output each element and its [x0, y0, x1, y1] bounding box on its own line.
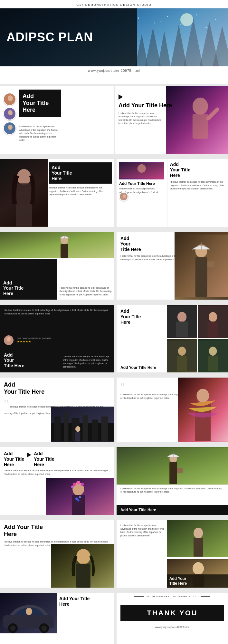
svg-point-10 [154, 23, 155, 24]
grid-photo-4 [198, 339, 228, 372]
svg-point-23 [8, 110, 13, 115]
slide-9: Add Your TitleHere I believe that for hi… [0, 593, 228, 644]
svg-rect-70 [92, 419, 98, 441]
slide9-right: G17 DEMONSTRATION DESIGN STUDIO THANK YO… [114, 593, 228, 644]
svg-rect-54 [176, 322, 188, 337]
slide3-left-content: AddYour TitleHere I believe that for his… [49, 162, 112, 197]
slide7-flowers-photo [46, 478, 114, 515]
svg-point-53 [177, 312, 186, 322]
thank-you-text: THANK YOU [126, 609, 219, 617]
slide3-title-box: AddYour TitleHere [49, 162, 112, 184]
slide5-bottom-title: Add Your Title Here [120, 365, 165, 370]
svg-point-33 [17, 169, 31, 185]
slide5-photo-grid [167, 305, 228, 372]
svg-point-59 [178, 347, 186, 356]
svg-rect-89 [169, 462, 177, 484]
svg-point-26 [8, 125, 13, 130]
svg-rect-71 [101, 417, 108, 442]
svg-point-86 [77, 499, 79, 501]
grid-photo-3 [167, 339, 197, 372]
svg-rect-40 [0, 232, 114, 258]
svg-point-9 [138, 17, 139, 19]
slide3-right-b-title: AddYour TitleHere [170, 162, 225, 178]
avatar-group [3, 93, 16, 135]
svg-point-12 [180, 24, 181, 25]
slide2-left-body: I believe that for his escape he took ad… [19, 125, 61, 142]
slide8-right-body: I believe that for his escape he took ad… [120, 524, 165, 537]
slide7-title-b: AddYour TitleHere [34, 451, 54, 467]
avatar-2 [3, 107, 16, 120]
svg-rect-69 [83, 415, 89, 442]
slide-2: AddYour TitleHere I believe that for his… [0, 86, 228, 154]
slide-7: AddYour TitleHere AddYour TitleHere I be… [0, 447, 228, 515]
slide7-triangle [27, 452, 31, 459]
slide8-left-title: Add Your TitleHere [0, 520, 114, 540]
svg-point-62 [209, 347, 217, 356]
svg-point-99 [193, 562, 204, 575]
thank-you-box: THANK YOU [120, 605, 224, 621]
hero-section: ADIPSC PLAN [0, 8, 228, 66]
slide6-right-photo [178, 378, 228, 442]
slide5-body2: I believe that for his escape he took ad… [63, 355, 111, 369]
slide9-left-title: Add Your TitleHere [59, 596, 112, 607]
svg-point-56 [209, 312, 217, 322]
hero-overlay: ADIPSC PLAN [0, 8, 137, 66]
studio-header: G17 DEMONSTRATION DESIGN STUDIO [0, 0, 228, 8]
svg-point-11 [167, 16, 168, 17]
slide3-right-a-title: Add Your Title Here [119, 181, 164, 186]
slide5-right: AddYour TitleHere Add Your Title H [114, 305, 228, 372]
svg-rect-94 [76, 563, 90, 588]
slide8-field-photo [167, 520, 228, 557]
svg-point-104 [10, 626, 15, 631]
slide6-city-photo [51, 407, 114, 442]
svg-point-36 [138, 164, 146, 173]
grid-photo-1 [167, 305, 197, 338]
svg-point-80 [73, 483, 76, 486]
slide8-left: Add Your TitleHere I believe that for hi… [0, 520, 114, 588]
svg-point-75 [197, 389, 209, 403]
svg-rect-42 [61, 244, 68, 258]
svg-point-96 [194, 528, 203, 538]
slide-8: Add Your TitleHere I believe that for hi… [0, 520, 228, 588]
svg-rect-67 [64, 413, 69, 442]
slide-1: G17 DEMONSTRATION DESIGN STUDIO [0, 0, 228, 84]
svg-rect-34 [16, 183, 32, 226]
svg-point-14 [205, 27, 207, 28]
slide5-avatar-area: G17 DEMONSTRATION DESIGN ★★★★★ [4, 335, 51, 345]
slide5-left: I believe that for his escape he took ad… [0, 305, 114, 372]
svg-rect-48 [207, 261, 214, 267]
svg-rect-97 [194, 538, 203, 557]
slide2-right: Add Your Title Here I believe that for h… [114, 86, 228, 154]
svg-rect-57 [207, 322, 218, 337]
slide5-avatar [4, 335, 14, 345]
svg-point-83 [71, 485, 74, 488]
slide7-left: AddYour TitleHere AddYour TitleHere I be… [0, 447, 114, 515]
url-display: www.yanj.cn/store-10975.html [0, 66, 228, 75]
avatar-1 [3, 93, 16, 106]
slide4-top-photo [0, 232, 114, 258]
svg-point-81 [76, 481, 80, 485]
svg-point-18 [161, 21, 162, 22]
slide7-right: I believe that for his escape he took ad… [114, 447, 228, 515]
slide2-left-title-panel: AddYour TitleHere [19, 90, 61, 117]
slide7-bottom-title: Add Your Title Here [117, 505, 228, 515]
slide-5: I believe that for his escape he took ad… [0, 305, 228, 372]
svg-rect-60 [177, 356, 187, 371]
slide8-right: I believe that for his escape he took ad… [114, 520, 228, 588]
slide3-photo [0, 159, 48, 227]
slide7-right-body: I believe that for his escape he took ad… [117, 485, 228, 496]
slide6-left: AddYour Title Here " I believe that for … [0, 378, 114, 442]
svg-point-17 [148, 13, 148, 14]
slide3-avatar [119, 192, 128, 201]
slide2-left-title: AddYour TitleHere [23, 93, 58, 114]
svg-point-16 [223, 26, 224, 26]
slide6-right: " I believe that for his escape he took … [114, 378, 228, 442]
svg-point-107 [26, 608, 32, 615]
svg-point-93 [76, 549, 90, 564]
slide3-right-a: Add Your Title Here I believe that for h… [117, 159, 167, 227]
svg-point-13 [196, 14, 197, 15]
play-icon [119, 94, 214, 101]
slide3-right: Add Your Title Here I believe that for h… [114, 159, 228, 227]
avatar-3 [3, 122, 16, 135]
svg-point-38 [123, 194, 126, 198]
